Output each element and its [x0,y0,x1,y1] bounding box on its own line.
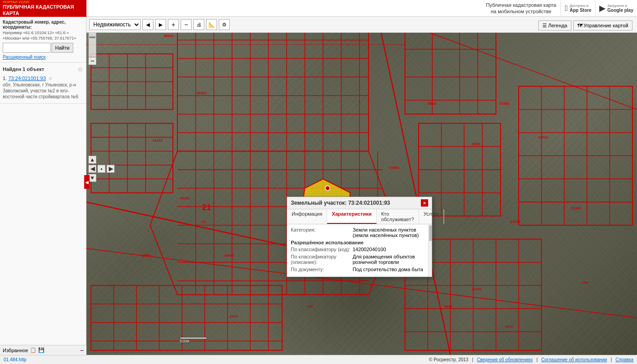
search-input[interactable] [3,43,51,53]
category-row: Категория: Земли населённых пунктов (зем… [291,227,428,238]
appstore-button[interactable]:  Доступно в App Store [561,0,595,17]
tab-info[interactable]: Информация [287,209,327,224]
popup-header: Земельный участок: 73:24:021001:93 × [287,197,432,209]
header: ПОРТАЛ УСЛУГ ПУБЛИЧНАЯ КАДАСТРОВАЯ КАРТА… [0,0,637,17]
advanced-search-link[interactable]: Расширенный поиск [3,55,83,60]
help-link[interactable]: Справка [616,357,633,362]
popup-title: Земельный участок: 73:24:021001:93 [291,200,390,206]
results-area: Найден 1 объект ☆ 1. 73:24:021001:93 ☆ о… [0,63,86,104]
popup-content: Категория: Земли населённых пунктов (зем… [287,224,432,277]
map-control-button[interactable]: 🗺 Управление картой [573,20,632,30]
map-area[interactable]: 40241 41212 40301 40301 21 21001 21002 2… [86,17,637,355]
print-button[interactable]: 🖨 [193,19,204,30]
tools-button[interactable]: ⚙ [219,19,230,30]
map-navigation: ▲ ◀ ● ▶ ▼ [88,156,115,182]
result-link[interactable]: 73:24:021001:93 [8,76,46,81]
popup-close-button[interactable]: × [421,199,428,207]
cadastral-overlay [86,17,637,355]
googleplay-button[interactable]: ▶ Загрузите в Google play [595,0,637,17]
legend-icon: ☰ [542,23,547,29]
search-hint: Например «61:6.10104:12» «61:6 » «Москва… [3,30,83,41]
separator3: | [611,357,612,362]
nav-center-button[interactable]: ● [97,165,106,173]
status-bar: 01.484.http © Росреестр, 2013 | Сведения… [0,355,637,364]
zoom-slider[interactable] [88,30,96,57]
hint-line1: Например «61:6.10104:12» «61:6 » [3,30,69,35]
property-type-select[interactable]: Недвижимость ОКС Участки [89,19,141,30]
copyright: © Росреестр, 2013 [429,357,469,362]
scale-bar: 500м [180,337,207,344]
bookmark-icon: ☆ [77,66,83,73]
map-icon: 🗺 [577,23,582,28]
nav-up-button[interactable]: ▲ [88,156,96,164]
doc-label: По документу: [291,267,353,272]
mobile-text: Публичная кадастровая картана мобильном … [486,2,561,15]
classifier-code-row: По классификатору (код): 142002040100 [291,247,428,252]
parcel-info-popup: Земельный участок: 73:24:021001:93 × Инф… [287,197,432,277]
nav-right-button[interactable]: ▶ [106,165,115,173]
classifier-code-label: По классификатору (код): [291,247,353,252]
android-icon: ▶ [599,3,606,13]
tab-chars[interactable]: Характеристики [327,209,376,224]
classifier-code-value: 142002040100 [353,247,428,252]
terms-link[interactable]: Соглашение об использовании [541,357,607,362]
googleplay-label: Google play [607,8,633,13]
favorites-area: Избранное 📋 💾 − [0,345,86,355]
updates-link[interactable]: Сведения об обновлениях [477,357,533,362]
apple-icon:  [565,4,568,13]
top-right-controls: ☰ Легенда 🗺 Управление картой [538,20,632,30]
tab-who[interactable]: Кто обслуживает? [377,209,419,224]
result-index: 1. [3,76,8,81]
forward-button[interactable]: ▶ [155,19,166,30]
classifier-desc-label: По классификатору (описание): [291,254,353,265]
svg-rect-0 [177,21,369,151]
panel-collapse-button[interactable]: ◀ [84,175,90,189]
zoom-out-button[interactable]: − [181,19,192,30]
svg-line-97 [378,17,450,355]
back-button[interactable]: ◀ [142,19,153,30]
clipboard-icon[interactable]: 📋 [30,347,36,353]
zoom-out-map-button[interactable]: − [88,57,96,65]
hint-line2: «Москва» или «55.755768, 37.617671» [3,36,76,40]
parcel-marker [325,186,330,191]
appstore-label: App Store [570,8,592,13]
classifier-desc-row: По классификатору (описание): Для размещ… [291,254,428,265]
left-panel: Кадастровый номер, адрес, координаты: На… [0,17,86,355]
scale-label: 500м [180,339,189,344]
results-list: 1. 73:24:021001:93 ☆ обл. Ульяновская, г… [3,75,83,101]
logo-title: ПУБЛИЧНАЯ КАДАСТРОВАЯ КАРТА [3,4,84,16]
zoom-in-button[interactable]: + [168,19,179,30]
classifier-desc-value: Для размещения объектов розничной торгов… [353,254,428,265]
results-count: Найден 1 объект [3,66,44,72]
category-label: Категория: [291,227,353,238]
map-control-label: Управление картой [584,23,628,28]
popup-tabs: Информация Характеристики Кто обслуживае… [287,209,432,224]
legend-button[interactable]: ☰ Легенда [538,20,571,30]
minimize-icon[interactable]: − [80,347,84,354]
legend-label: Легенда [548,23,567,28]
status-url: 01.484.http [4,357,26,362]
result-description: обл. Ульяновская, г Ульяновск, р-н Завол… [3,82,83,100]
logo-area: ПОРТАЛ УСЛУГ ПУБЛИЧНАЯ КАДАСТРОВАЯ КАРТА [0,0,86,17]
search-label: Кадастровый номер, адрес, координаты: [3,20,83,30]
popup-scrollbar[interactable] [428,224,432,277]
tab-services[interactable]: Услуги [419,209,444,224]
search-button[interactable]: Найти [51,43,73,53]
doc-value: Под строительство дома быта [353,267,428,272]
doc-row: По документу: Под строительство дома быт… [291,267,428,272]
logo-portal-label: ПОРТАЛ УСЛУГ [3,0,84,4]
result-item[interactable]: 1. 73:24:021001:93 ☆ обл. Ульяновская, г… [3,75,83,101]
nav-left-button[interactable]: ◀ [88,165,96,173]
result-star: ☆ [48,76,53,81]
separator2: | [536,357,538,362]
measure-button[interactable]: 📐 [206,19,217,30]
separator1: | [472,357,473,362]
popup-scrollbar-thumb[interactable] [429,225,432,241]
save-icon[interactable]: 💾 [38,347,45,353]
permitted-use-title: Разрешённое использование [291,240,428,245]
search-area: Кадастровый номер, адрес, координаты: На… [0,17,86,63]
favorites-label: Избранное [3,348,28,353]
category-value: Земли населённых пунктов (земли населённ… [353,227,428,238]
